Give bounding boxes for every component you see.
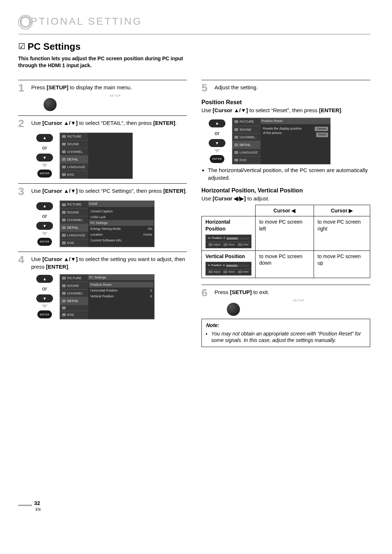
step-4: 4 Use [Cursor ▲/▼] to select the setting… — [18, 254, 187, 270]
remote-updown-icon: ▲ or ▼ ENTER — [209, 119, 225, 163]
step-5: 5 Adjust the setting. — [201, 82, 370, 93]
intro-text: This function lets you adjust the PC scr… — [18, 55, 200, 69]
step-number-2: 2 — [18, 118, 28, 129]
position-table: Cursor ◀ Cursor ▶ Horizontal Position H.… — [201, 205, 370, 278]
remote-updown-icon: ▲ or ▼ ENTER — [36, 275, 53, 318]
setup-button-icon — [44, 98, 57, 111]
subtitle: PC Settings — [28, 40, 81, 53]
page-footer: EN — [36, 507, 370, 512]
remote-updown-icon: ▲ or ▼ ENTER — [36, 134, 53, 178]
right-column: 5 Adjust the setting. Position Reset Use… — [201, 76, 370, 347]
remote-updown-icon: ▲ or ▼ ENTER — [36, 202, 53, 246]
setup-label: SETUP — [227, 299, 370, 303]
hv-position-heading: Horizontal Position, Vertical Position — [201, 187, 370, 195]
note-item: You may not obtain an appropriate screen… — [211, 330, 366, 344]
step-number-6: 6 — [201, 287, 211, 316]
subtitle-row: ☑ PC Settings — [18, 40, 370, 53]
osd-detail-menu: PICTURE SOUND CHANNEL DETAIL LANGUAGE DV… — [60, 200, 155, 247]
osd-pc-settings-menu: PICTURE SOUND CHANNEL DETAIL DVD PC Sett… — [60, 274, 155, 319]
step-1: 1 Press [SETUP] to display the main menu… — [18, 82, 187, 111]
osd-position-reset: PICTURE SOUND CHANNEL DETAIL LANGUAGE DV… — [232, 118, 331, 164]
header-text: PTIONAL SETTING — [30, 16, 142, 27]
note-box: Note: You may not obtain an appropriate … — [201, 319, 370, 347]
step-6: 6 Press [SETUP] to exit. SETUP — [201, 287, 370, 316]
setup-label: SETUP — [44, 94, 187, 98]
header-rule — [18, 34, 370, 34]
hpos-row-label: Horizontal Position — [205, 219, 230, 232]
setup-button-icon — [227, 303, 240, 316]
checkbox-icon: ☑ — [18, 41, 25, 52]
step-number-4: 4 — [18, 254, 28, 270]
step-2: 2 Use [Cursor ▲/▼] to select “DETAIL”, t… — [18, 118, 187, 129]
position-reset-bullet: The horizontal/vertical position, of the… — [208, 167, 370, 182]
page-header: OPTIONAL SETTING — [18, 15, 370, 29]
osd-h-slider: H. Position 0 — [205, 235, 252, 242]
note-title: Note: — [206, 322, 366, 329]
step-number-1: 1 — [18, 82, 28, 111]
left-column: 1 Press [SETUP] to display the main menu… — [18, 76, 187, 347]
step-number-5: 5 — [201, 82, 211, 93]
page-number: 32 — [18, 500, 370, 507]
step-3: 3 Use [Cursor ▲/▼] to select “PC Setting… — [18, 186, 187, 197]
position-reset-heading: Position Reset — [201, 98, 370, 106]
step-number-3: 3 — [18, 186, 28, 197]
osd-v-slider: V. Position 0 — [205, 262, 252, 269]
vpos-row-label: Vertical Position — [205, 253, 245, 259]
osd-main-menu: PICTURE SOUND CHANNEL DETAIL LANGUAGE DV… — [60, 133, 133, 179]
